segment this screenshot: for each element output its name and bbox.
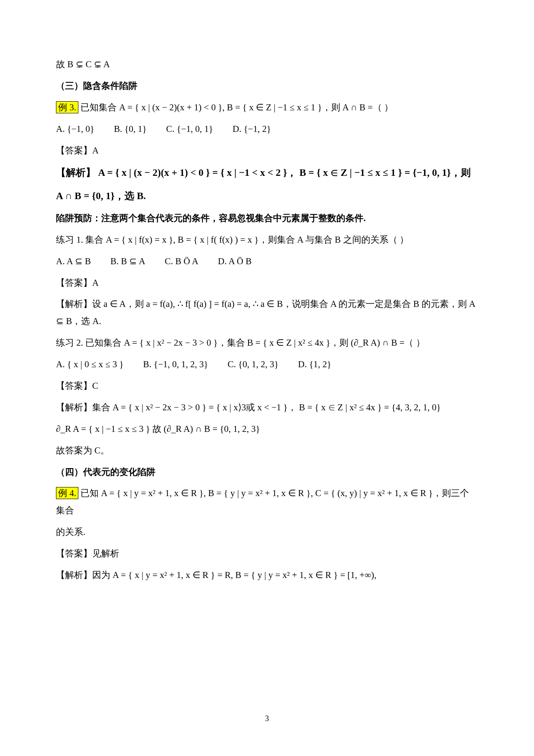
pr1-opt-d: D. A Ö B	[218, 253, 251, 270]
example-3-label: 例 3.	[56, 101, 78, 113]
practice-2-answer: 【答案】C	[56, 378, 478, 395]
example-4-stem-1: 已知 A = { x | y = x² + 1, x ∈ R }, B = { …	[56, 488, 469, 515]
example-4-solution: 【解析】因为 A = { x | y = x² + 1, x ∈ R } = R…	[56, 567, 478, 584]
page-number: 3	[0, 711, 534, 726]
ex3-opt-c: C. {−1, 0, 1}	[166, 121, 213, 138]
pr2-opt-b: B. {−1, 0, 1, 2, 3}	[143, 356, 208, 373]
pr2-opt-c: C. {0, 1, 2, 3}	[228, 356, 279, 373]
example-4-label: 例 4.	[56, 487, 78, 499]
practice-2-solution-1: 【解析】集合 A = { x | x² − 2x − 3 > 0 } = { x…	[56, 399, 478, 416]
example-3: 例 3. 已知集合 A = { x | (x − 2)(x + 1) < 0 }…	[56, 99, 478, 116]
practice-1-options: A. A ⊆ B B. B ⊆ A C. B Ö A D. A Ö B	[56, 253, 478, 270]
trap-note: 陷阱预防：注意两个集合代表元的条件，容易忽视集合中元素属于整数的条件.	[56, 210, 478, 227]
section-4-title: （四）代表元的变化陷阱	[56, 464, 478, 481]
line-conclusion: 故 B ⊊ C ⊊ A	[56, 56, 478, 73]
pr2-opt-a: A. { x | 0 ≤ x ≤ 3 }	[56, 356, 124, 373]
example-4-answer: 【答案】见解析	[56, 545, 478, 562]
example-3-solution-2: A ∩ B = {0, 1}，选 B.	[56, 187, 478, 206]
pr1-opt-b: B. B ⊆ A	[110, 253, 145, 270]
practice-2-final: 故答案为 C。	[56, 442, 478, 459]
practice-2-stem: 练习 2. 已知集合 A = { x | x² − 2x − 3 > 0 }，集…	[56, 334, 478, 352]
practice-2-options: A. { x | 0 ≤ x ≤ 3 } B. {−1, 0, 1, 2, 3}…	[56, 356, 478, 373]
example-3-answer: 【答案】A	[56, 142, 478, 159]
section-3-title: （三）隐含条件陷阱	[56, 78, 478, 95]
practice-1-stem: 练习 1. 集合 A = { x | f(x) = x }, B = { x |…	[56, 231, 478, 249]
pr1-opt-a: A. A ⊆ B	[56, 253, 91, 270]
practice-1-solution: 【解析】设 a ∈ A，则 a = f(a), ∴ f[ f(a) ] = f(…	[56, 296, 478, 330]
ex3-opt-a: A. {−1, 0}	[56, 121, 94, 138]
practice-2-solution-2: ∂_R A = { x | −1 ≤ x ≤ 3 } 故 (∂_R A) ∩ B…	[56, 421, 478, 438]
ex3-opt-d: D. {−1, 2}	[233, 121, 271, 138]
example-4-stem-2: 的关系.	[56, 524, 478, 541]
example-3-stem: 已知集合 A = { x | (x − 2)(x + 1) < 0 }, B =…	[81, 102, 393, 112]
ex3-sol-label: 【解析】	[56, 167, 96, 178]
practice-1-answer: 【答案】A	[56, 275, 478, 292]
pr1-opt-c: C. B Ö A	[165, 253, 199, 270]
example-3-options: A. {−1, 0} B. {0, 1} C. {−1, 0, 1} D. {−…	[56, 121, 478, 138]
pr2-opt-d: D. {1, 2}	[298, 356, 331, 373]
example-3-solution: 【解析】 A = { x | (x − 2)(x + 1) < 0 } = { …	[56, 163, 478, 182]
example-4: 例 4. 已知 A = { x | y = x² + 1, x ∈ R }, B…	[56, 485, 478, 519]
ex3-sol-body1: A = { x | (x − 2)(x + 1) < 0 } = { x | −…	[98, 167, 471, 178]
ex3-opt-b: B. {0, 1}	[114, 121, 146, 138]
